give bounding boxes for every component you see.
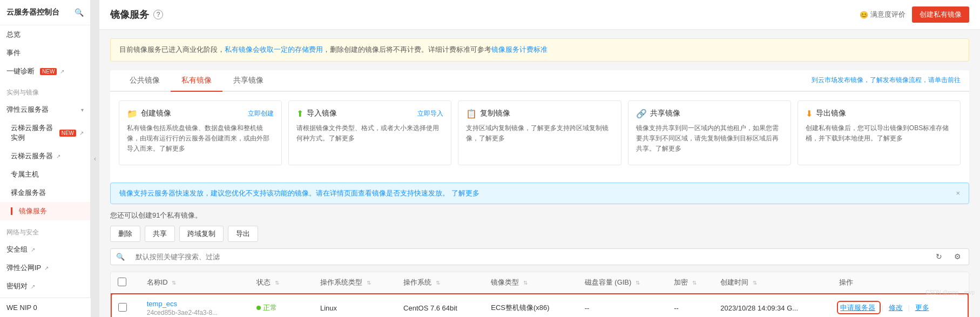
search-bar: 🔍 ↻ ⚙ [110, 248, 969, 265]
sidebar-item-ecs[interactable]: 弹性云服务器 ▾ [0, 100, 90, 119]
new-badge: NEW [59, 130, 76, 137]
satisfaction-button[interactable]: 😊 满意度评价 [860, 10, 905, 19]
help-icon[interactable]: ? [153, 10, 163, 19]
feature-card-create: 📁 创建镜像 立即创建 私有镜像包括系统盘镜像、数据盘镜像和整机镜像，由现有运行… [119, 100, 282, 165]
card-title-import: ⬆ 导入镜像 [296, 109, 337, 119]
card-link-create[interactable]: 立即创建 [248, 109, 274, 118]
os-text: CentOS 7.6 64bit [403, 304, 457, 312]
upload-icon: ⬆ [296, 109, 303, 119]
tabs-container: 公共镜像 私有镜像 共享镜像 到云市场发布镜像，了解发布镜像流程，请单击前往 📁… [110, 70, 969, 183]
sidebar-label: 弹性公网IP [6, 263, 41, 273]
sidebar-collapse-button[interactable]: ‹ [91, 0, 99, 317]
op-modify[interactable]: 修改 [889, 303, 903, 312]
td-os: CentOS 7.6 64bit [397, 294, 484, 317]
page-title: 镜像服务 [110, 8, 149, 21]
notice-link-2[interactable]: 镜像服务计费标准 [491, 45, 548, 53]
header-left: 镜像服务 ? [110, 8, 163, 21]
sort-icon-encrypt[interactable]: ⇅ [692, 280, 697, 286]
tab-private-image[interactable]: 私有镜像 [171, 70, 222, 92]
select-all-checkbox[interactable] [118, 278, 126, 286]
sort-icon-image-type[interactable]: ⇅ [523, 280, 528, 286]
external-link-icon: ↗ [79, 130, 84, 136]
card-title-text: 复制镜像 [480, 109, 510, 118]
sort-icon-create-time[interactable]: ⇅ [753, 280, 757, 286]
info-bar-link[interactable]: 了解更多 [451, 189, 479, 197]
delete-button[interactable]: 删除 [110, 226, 140, 242]
card-title-export: ⬇ 导出镜像 [806, 109, 846, 119]
op-separator-2: | [908, 303, 909, 312]
card-title-copy: 📋 复制镜像 [466, 109, 510, 119]
notice-link-1[interactable]: 私有镜像会收取一定的存储费用 [225, 45, 323, 53]
page-header: 镜像服务 ? 😊 满意度评价 创建私有镜像 [99, 0, 980, 30]
info-bar-close-icon[interactable]: × [956, 189, 960, 197]
card-title-text: 共享镜像 [650, 109, 680, 118]
tab-public-image[interactable]: 公共镜像 [119, 70, 171, 92]
desc-text: 创建私有镜像后，您可以导出镜像到OBS标准存储桶，并下载到本地使用。了解更多 [806, 124, 949, 142]
create-image-button[interactable]: 创建私有镜像 [912, 6, 969, 23]
export-button[interactable]: 导出 [228, 226, 258, 242]
th-create-time: 创建时间 ⇅ [714, 272, 833, 294]
card-title-text: 导出镜像 [816, 109, 846, 118]
quota-text: 您还可以创建91个私有镜像。 [110, 211, 202, 219]
op-apply-server[interactable]: 申请服务器 [840, 303, 875, 312]
search-input[interactable] [130, 249, 931, 265]
bottom-bar: WE NIP 0 [0, 298, 91, 317]
sidebar-item-events[interactable]: 事件 [0, 44, 90, 62]
table-body: temp_ecs 24ced85b-3ae2-4fa3-8... 正常 Linu… [111, 294, 968, 317]
settings-button[interactable]: ⚙ [950, 249, 965, 264]
sidebar-item-key-pair[interactable]: 密钥对 ↗ [0, 277, 90, 295]
folder-icon: 📁 [127, 109, 138, 119]
card-header-share: 🔗 共享镜像 [636, 109, 783, 119]
header-right: 😊 满意度评价 创建私有镜像 [860, 6, 969, 23]
feature-card-export: ⬇ 导出镜像 创建私有镜像后，您可以导出镜像到OBS标准存储桶，并下载到本地使用… [797, 100, 961, 165]
image-table: 名称ID ⇅ 状态 ⇅ 操作系统类型 ⇅ 操作系统 [110, 272, 969, 317]
th-status: 状态 ⇅ [250, 272, 296, 294]
sidebar-section-instance: 实例与镜像 [0, 80, 90, 100]
watermark: CSDN @mpp__mvp [925, 289, 975, 295]
card-header-import: ⬆ 导入镜像 立即导入 [296, 109, 443, 119]
refresh-button[interactable]: ↻ [931, 249, 947, 264]
table-row: temp_ecs 24ced85b-3ae2-4fa3-8... 正常 Linu… [111, 294, 968, 317]
th-checkbox [111, 272, 140, 294]
td-empty [296, 294, 313, 317]
desc-text: 私有镜像包括系统盘镜像、数据盘镜像和整机镜像，由现有运行行的云服务器创建而来，或… [127, 124, 269, 152]
th-disk: 磁盘容量 (GIB) ⇅ [578, 272, 668, 294]
share-button[interactable]: 共享 [145, 226, 175, 242]
sidebar: 云服务器控制台 🔍 总览 事件 一键诊断 NEW ↗ 实例与镜像 弹性云服务器 … [0, 0, 91, 317]
sort-icon-status[interactable]: ⇅ [275, 280, 279, 286]
td-create-time: 2023/10/28 14:09:34 G... [714, 294, 833, 317]
op-more[interactable]: 更多 [915, 303, 929, 312]
card-desc-import: 请根据镜像文件类型、格式，或者大小来选择使用何种方式。了解更多 [296, 123, 443, 144]
sidebar-item-image-service[interactable]: 镜像服务 [0, 202, 90, 220]
cross-region-copy-button[interactable]: 跨域复制 [179, 226, 224, 242]
tabs-right-link[interactable]: 到云市场发布镜像，了解发布镜像流程，请单击前往 [812, 70, 961, 91]
tab-shared-image[interactable]: 共享镜像 [222, 70, 274, 92]
card-link-import[interactable]: 立即导入 [417, 109, 443, 118]
sort-icon-os[interactable]: ⇅ [436, 280, 440, 286]
external-link-icon: ↗ [31, 284, 35, 289]
create-time-text: 2023/10/28 14:09:34 G... [720, 304, 798, 312]
sidebar-item-diagnosis[interactable]: 一键诊断 NEW ↗ [0, 62, 90, 80]
status-dot [256, 306, 261, 310]
card-desc-export: 创建私有镜像后，您可以导出镜像到OBS标准存储桶，并下载到本地使用。了解更多 [806, 123, 952, 144]
sidebar-item-dedicated-host[interactable]: 专属主机 [0, 165, 90, 184]
share-icon: 🔗 [636, 109, 647, 119]
sidebar-item-ecs-instance[interactable]: 云梯云服务器实例 NEW ↗ [0, 119, 90, 147]
sort-icon-disk[interactable]: ⇅ [636, 280, 640, 286]
col-label-image-type: 镜像类型 [491, 278, 519, 286]
sort-icon-name[interactable]: ⇅ [172, 280, 176, 286]
card-title-share: 🔗 共享镜像 [636, 109, 680, 119]
sidebar-label: 一键诊断 [6, 66, 35, 76]
sidebar-item-ecs-cloud[interactable]: 云梯云服务器 ↗ [0, 147, 90, 165]
sidebar-item-overview[interactable]: 总览 [0, 25, 90, 44]
image-name-link[interactable]: temp_ecs [147, 300, 177, 308]
sort-icon-os-type[interactable]: ⇅ [367, 280, 371, 286]
card-desc-share: 镜像支持共享到同一区域内的其他租户，如果您需要共享到不同区域，请先复制镜像到目标… [636, 123, 783, 154]
search-icon[interactable]: 🔍 [75, 8, 84, 17]
sidebar-item-eip[interactable]: 弹性公网IP ↗ [0, 259, 90, 277]
sidebar-item-bare-metal[interactable]: 裸金服务器 [0, 184, 90, 202]
col-label-encrypt: 加密 [674, 278, 688, 286]
sidebar-item-security-group[interactable]: 安全组 ↗ [0, 240, 90, 259]
active-indicator [11, 207, 12, 215]
row-checkbox[interactable] [118, 303, 127, 312]
